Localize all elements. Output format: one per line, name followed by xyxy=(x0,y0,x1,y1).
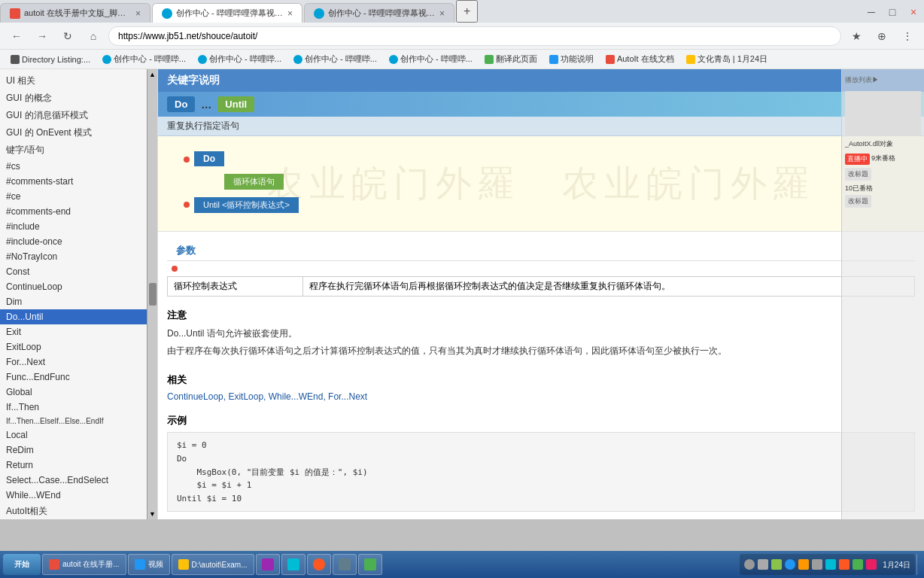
taskbar-btn-2-icon xyxy=(178,559,189,570)
right-panel-thumb xyxy=(845,91,921,136)
tray-icon-2[interactable] xyxy=(758,559,768,570)
tab-1[interactable]: autoit 在线手册中文版_脚本之家 × xyxy=(0,3,150,23)
bookmark-8[interactable]: 文化青岛 | 1月24日 xyxy=(682,52,772,66)
bookmark-7[interactable]: AutoIt 在线文档 xyxy=(601,52,679,66)
taskbar-btn-5[interactable] xyxy=(307,554,331,575)
taskbar-btn-6[interactable] xyxy=(333,554,357,575)
sidebar-item-return[interactable]: Return xyxy=(0,458,147,473)
taskbar-btn-0[interactable]: autoit 在线手册... xyxy=(42,554,126,575)
sidebar-item-const[interactable]: Const xyxy=(0,264,147,279)
extensions-button[interactable]: ⊕ xyxy=(871,26,892,47)
sidebar-item-dim[interactable]: Dim xyxy=(0,294,147,309)
tray-icon-6[interactable] xyxy=(812,559,822,570)
tray-icon-1[interactable] xyxy=(744,559,755,570)
start-button[interactable]: 开始 xyxy=(3,554,41,575)
taskbar-btn-1[interactable]: 视频 xyxy=(128,554,170,575)
flow-dot-2 xyxy=(184,202,190,208)
sidebar-item-exitloop[interactable]: ExitLoop xyxy=(0,339,147,354)
tray-icon-5[interactable] xyxy=(798,559,809,570)
window-close-button[interactable]: × xyxy=(903,2,924,23)
tab-2[interactable]: 创作中心 - 哔哩哔哩弹幕视频网 × xyxy=(152,3,302,23)
taskbar-btn-1-label: 视频 xyxy=(148,559,163,570)
tab-3-close[interactable]: × xyxy=(439,8,445,19)
minimize-button[interactable]: ─ xyxy=(861,2,882,23)
tray-clock: 1月24日 xyxy=(880,560,910,570)
sidebar-item-do-until[interactable]: Do...Until xyxy=(0,309,147,324)
sidebar-item-for-next[interactable]: For...Next xyxy=(0,354,147,370)
taskbar-btn-2[interactable]: D:\autoit\Exam... xyxy=(172,554,254,575)
bookmark-7-label: AutoIt 在线文档 xyxy=(617,53,674,65)
bookmark-1-icon xyxy=(102,55,111,64)
notes-section: 注意 Do...Until 语句允许被嵌套使用。 由于程序在每次执行循环体语句之… xyxy=(158,303,924,367)
bookmark-3[interactable]: 创作中心 - 哔哩哔... xyxy=(289,52,381,66)
flow-loop-box: 循环体语句 xyxy=(224,174,284,190)
sidebar-item-include[interactable]: #include xyxy=(0,219,147,234)
sidebar-item-local[interactable]: Local xyxy=(0,427,147,443)
show-desktop-button[interactable] xyxy=(916,554,921,575)
bookmark-1[interactable]: 创作中心 - 哔哩哔... xyxy=(98,52,190,66)
sidebar-item-global[interactable]: Global xyxy=(0,385,147,400)
sidebar-item-if-then-elseif[interactable]: If...Then...ElseIf...Else...EndIf xyxy=(0,415,147,427)
bookmark-4-icon xyxy=(389,55,398,64)
tab-3[interactable]: 创作中心 - 哔哩哔哩弹幕视频网 × xyxy=(304,3,454,23)
tab-1-label: autoit 在线手册中文版_脚本之家 xyxy=(24,8,131,19)
sidebar-item-gui-onevent[interactable]: GUI 的 OnEvent 模式 xyxy=(0,124,147,141)
sidebar-item-func-endfunc[interactable]: Func...EndFunc xyxy=(0,370,147,385)
maximize-button[interactable]: □ xyxy=(882,2,903,23)
tray-icon-4[interactable] xyxy=(785,559,795,570)
table-row: 循环控制表达式 程序在执行完循环体语句后再根据循环控制表达式的值决定是否继续重复… xyxy=(168,277,915,297)
params-indicator-row xyxy=(167,261,915,276)
bookmark-6[interactable]: 功能说明 xyxy=(545,52,598,66)
params-section: 参数 循环控制表达式 程序在执行完循环体语句后再根据循环控制表达式的值决定是否继… xyxy=(158,232,924,303)
address-bar[interactable] xyxy=(108,26,841,46)
sidebar-item-comments-end[interactable]: #comments-end xyxy=(0,204,147,219)
bookmark-star-button[interactable]: ★ xyxy=(846,26,867,47)
tray-icon-9[interactable] xyxy=(853,559,863,570)
sidebar-item-keywords[interactable]: 键字/语句 xyxy=(0,141,147,159)
taskbar-btn-4[interactable] xyxy=(281,554,305,575)
tab-1-close[interactable]: × xyxy=(135,8,141,19)
sidebar-item-gui-concept[interactable]: GUI 的概念 xyxy=(0,90,147,107)
sidebar-scroll-down[interactable]: ▼ xyxy=(149,510,156,518)
sidebar-item-gui-message[interactable]: GUI 的消息循环模式 xyxy=(0,107,147,124)
tray-icon-7[interactable] xyxy=(825,559,836,570)
taskbar-btn-3[interactable] xyxy=(256,554,280,575)
bookmark-2[interactable]: 创作中心 - 哔哩哔... xyxy=(193,52,286,66)
taskbar-btn-7[interactable] xyxy=(358,554,382,575)
forward-button[interactable]: → xyxy=(32,26,53,47)
bookmark-5[interactable]: 翻译此页面 xyxy=(480,52,542,66)
sidebar-item-ce[interactable]: #ce xyxy=(0,189,147,204)
tab-2-close[interactable]: × xyxy=(287,8,293,19)
bookmark-4[interactable]: 创作中心 - 哔哩哔... xyxy=(384,52,477,66)
sidebar-item-select-case[interactable]: Select...Case...EndSelect xyxy=(0,473,147,488)
sidebar-item-if-then[interactable]: If...Then xyxy=(0,400,147,415)
sidebar-item-cs[interactable]: #cs xyxy=(0,159,147,174)
flow-diagram: Do 循环体语句 Until <循环控制表达式> xyxy=(173,145,909,222)
bookmark-0[interactable]: Directory Listing:... xyxy=(6,53,95,65)
sidebar-item-redim[interactable]: ReDim xyxy=(0,443,147,458)
sidebar-scroll-thumb[interactable] xyxy=(149,283,157,306)
sidebar-item-autoit-related[interactable]: AutoIt相关 xyxy=(0,503,147,519)
bookmark-1-label: 创作中心 - 哔哩哔... xyxy=(114,53,186,65)
sidebar-scrollbar[interactable]: ▲ ▼ xyxy=(147,69,157,519)
tray-icon-3[interactable] xyxy=(771,559,782,570)
tab-bar: autoit 在线手册中文版_脚本之家 × 创作中心 - 哔哩哔哩弹幕视频网 ×… xyxy=(0,0,924,23)
sidebar-item-include-once[interactable]: #include-once xyxy=(0,234,147,249)
tray-icon-8[interactable] xyxy=(839,559,850,570)
tray-icon-10[interactable] xyxy=(866,559,877,570)
home-button[interactable]: ⌂ xyxy=(83,26,104,47)
sidebar-item-notrayicon[interactable]: #NoTrayIcon xyxy=(0,249,147,264)
sidebar-item-exit[interactable]: Exit xyxy=(0,324,147,339)
back-button[interactable]: ← xyxy=(6,26,27,47)
menu-button[interactable]: ⋮ xyxy=(897,26,918,47)
new-tab-button[interactable]: + xyxy=(456,0,478,23)
sidebar-item-ui-related[interactable]: UI 相关 xyxy=(0,72,147,90)
sidebar-item-continueloop[interactable]: ContinueLoop xyxy=(0,279,147,294)
sidebar-scroll-up[interactable]: ▲ xyxy=(149,71,156,78)
bookmark-4-label: 创作中心 - 哔哩哔... xyxy=(400,53,473,65)
params-title: 参数 xyxy=(167,238,915,261)
sidebar-item-comments-start[interactable]: #comments-start xyxy=(0,174,147,189)
related-links[interactable]: ContinueLoop, ExitLoop, While...WEnd, Fo… xyxy=(167,391,915,402)
reload-button[interactable]: ↻ xyxy=(57,26,78,47)
sidebar-item-while-wend[interactable]: While...WEnd xyxy=(0,488,147,503)
